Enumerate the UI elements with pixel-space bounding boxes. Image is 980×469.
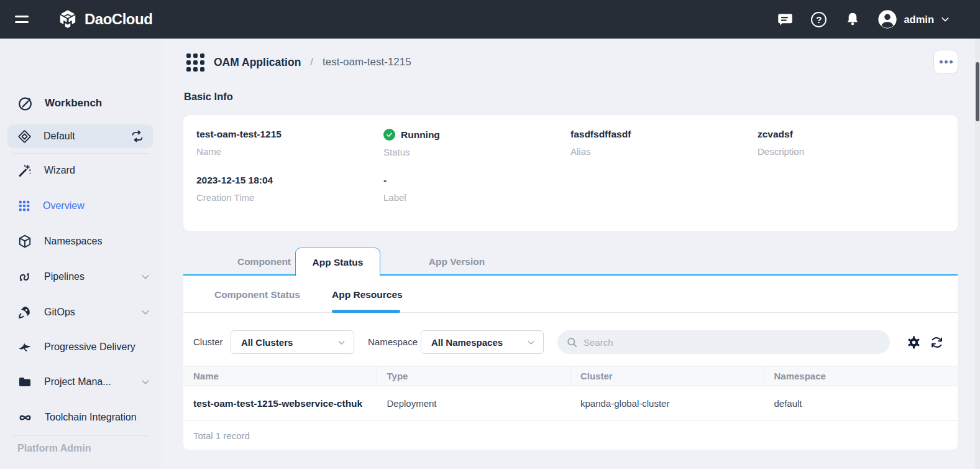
brand-name: DaoCloud bbox=[85, 11, 152, 28]
scrollbar-thumb[interactable] bbox=[976, 62, 979, 121]
table-settings-gear-icon[interactable] bbox=[907, 335, 921, 350]
info-field-description: zcvadsf Description bbox=[758, 129, 945, 157]
status-badge: Running bbox=[401, 129, 440, 141]
sidebar-item-label: Overview bbox=[43, 200, 85, 211]
info-field-name: test-oam-test-1215 Name bbox=[196, 129, 383, 157]
subtab-app-resources[interactable]: App Resources bbox=[332, 289, 403, 300]
menu-toggle-icon[interactable] bbox=[15, 12, 29, 27]
help-icon[interactable]: ? bbox=[810, 11, 827, 28]
sidebar-item-default-workspace[interactable]: Default bbox=[7, 124, 153, 148]
sidebar-item-label: Workbench bbox=[45, 97, 102, 109]
sidebar-item-label: GitOps bbox=[44, 307, 75, 318]
search-input[interactable] bbox=[584, 337, 881, 348]
daocloud-cube-icon bbox=[57, 9, 78, 30]
app-resources-table: Name Type Cluster Namespace test-oam-tes… bbox=[183, 366, 958, 450]
subtab-component-status[interactable]: Component Status bbox=[214, 289, 300, 300]
cluster-filter-label: Cluster bbox=[193, 330, 223, 354]
sidebar-item-progressive-delivery[interactable]: Progressive Delivery bbox=[0, 335, 162, 360]
subtab-active-indicator bbox=[332, 310, 400, 313]
namespace-filter-label: Namespace bbox=[368, 330, 418, 354]
workspace-icon bbox=[17, 129, 32, 144]
cell-resource-type: Deployment bbox=[377, 386, 571, 420]
breadcrumb-current: test-oam-test-1215 bbox=[323, 56, 411, 68]
sidebar-item-toolchain-integration[interactable]: Toolchain Integration bbox=[0, 405, 162, 430]
wand-icon bbox=[17, 163, 32, 178]
sidebar: Workbench Default bbox=[0, 39, 162, 469]
namespace-select[interactable]: All Namespaces bbox=[421, 330, 544, 354]
bird-icon bbox=[17, 340, 32, 355]
sidebar-item-label: Namespaces bbox=[44, 236, 102, 247]
tab-bar: Component App Status App Version bbox=[183, 248, 958, 276]
more-actions-button[interactable] bbox=[933, 50, 958, 74]
column-header-name[interactable]: Name bbox=[183, 366, 377, 386]
column-header-cluster[interactable]: Cluster bbox=[570, 366, 764, 386]
info-field-alias: fasdfsdffasdf Alias bbox=[570, 129, 758, 157]
infinity-icon bbox=[17, 410, 33, 425]
info-field-label: - Label bbox=[383, 175, 570, 203]
sidebar-item-label: Wizard bbox=[44, 165, 75, 176]
sidebar-item-workbench[interactable]: Workbench bbox=[0, 91, 162, 116]
info-field-creation-time: 2023-12-15 18:04 Creation Time bbox=[196, 175, 383, 203]
cube-icon bbox=[17, 234, 32, 249]
sidebar-divider bbox=[12, 153, 149, 154]
platform-admin-label[interactable]: Platform Admin bbox=[17, 443, 91, 454]
main-content: OAM Application / test-oam-test-1215 Bas… bbox=[162, 39, 975, 469]
notifications-bell-icon[interactable] bbox=[844, 11, 861, 28]
column-header-type[interactable]: Type bbox=[377, 366, 571, 386]
cell-resource-name[interactable]: test-oam-test-1215-webservice-cthuk bbox=[183, 386, 377, 420]
oam-app-grid-icon bbox=[186, 53, 204, 72]
info-field-status: Running Status bbox=[383, 129, 570, 157]
table-header-row: Name Type Cluster Namespace bbox=[183, 366, 958, 386]
swap-workspace-icon[interactable] bbox=[131, 129, 144, 143]
table-summary: Total 1 record bbox=[183, 421, 958, 450]
search-box bbox=[557, 330, 890, 354]
user-chevron-down-icon bbox=[940, 14, 950, 24]
sidebar-item-label: Toolchain Integration bbox=[45, 412, 137, 423]
username-label: admin bbox=[904, 14, 934, 26]
sidebar-divider bbox=[12, 435, 149, 436]
basic-info-card: test-oam-test-1215 Name Running Status f… bbox=[183, 115, 958, 231]
cell-resource-namespace: default bbox=[764, 386, 958, 420]
column-header-namespace[interactable]: Namespace bbox=[764, 366, 958, 386]
chevron-down-icon[interactable] bbox=[140, 307, 150, 317]
pipeline-icon bbox=[17, 269, 32, 284]
sidebar-item-gitops[interactable]: GitOps bbox=[0, 300, 162, 325]
brand-logo: DaoCloud bbox=[57, 9, 152, 30]
app-status-panel: Component Status App Resources Cluster A… bbox=[183, 276, 958, 450]
sidebar-item-project-management[interactable]: Project Mana... bbox=[0, 369, 162, 394]
avatar-icon bbox=[877, 9, 897, 29]
status-running-icon bbox=[383, 129, 395, 141]
sidebar-item-label: Default bbox=[44, 131, 75, 142]
select-chevron-down-icon bbox=[337, 338, 346, 347]
tab-app-status[interactable]: App Status bbox=[295, 248, 380, 276]
table-row[interactable]: test-oam-test-1215-webservice-cthuk Depl… bbox=[183, 386, 958, 421]
subtab-divider bbox=[183, 312, 958, 313]
user-menu[interactable]: admin bbox=[877, 9, 950, 29]
sidebar-item-label: Project Mana... bbox=[44, 376, 111, 388]
sidebar-item-pipelines[interactable]: Pipelines bbox=[0, 264, 162, 289]
sidebar-item-overview[interactable]: Overview bbox=[0, 193, 162, 218]
sidebar-item-namespaces[interactable]: Namespaces bbox=[0, 229, 162, 254]
basic-info-title: Basic Info bbox=[184, 91, 233, 103]
breadcrumb-section[interactable]: OAM Application bbox=[214, 56, 301, 69]
breadcrumb: OAM Application / test-oam-test-1215 bbox=[186, 50, 411, 75]
chevron-down-icon[interactable] bbox=[140, 272, 150, 282]
sidebar-item-label: Progressive Delivery bbox=[44, 341, 135, 353]
folder-icon bbox=[17, 374, 32, 389]
sidebar-item-label: Pipelines bbox=[44, 271, 85, 282]
messages-icon[interactable] bbox=[777, 11, 794, 28]
chevron-down-icon[interactable] bbox=[140, 377, 150, 387]
rocket-icon bbox=[17, 305, 32, 320]
search-icon bbox=[566, 337, 578, 348]
cluster-select[interactable]: All Clusters bbox=[231, 330, 354, 354]
sidebar-item-wizard[interactable]: Wizard bbox=[0, 158, 162, 183]
topbar: DaoCloud ? bbox=[0, 0, 980, 39]
cell-resource-cluster: kpanda-global-cluster bbox=[570, 386, 764, 420]
grid-icon bbox=[17, 199, 31, 213]
page-scrollbar[interactable] bbox=[975, 39, 980, 469]
breadcrumb-separator: / bbox=[310, 56, 313, 68]
refresh-icon[interactable] bbox=[930, 335, 944, 350]
workbench-icon bbox=[17, 96, 33, 111]
tab-app-version[interactable]: App Version bbox=[407, 248, 506, 276]
select-chevron-down-icon bbox=[526, 338, 536, 347]
